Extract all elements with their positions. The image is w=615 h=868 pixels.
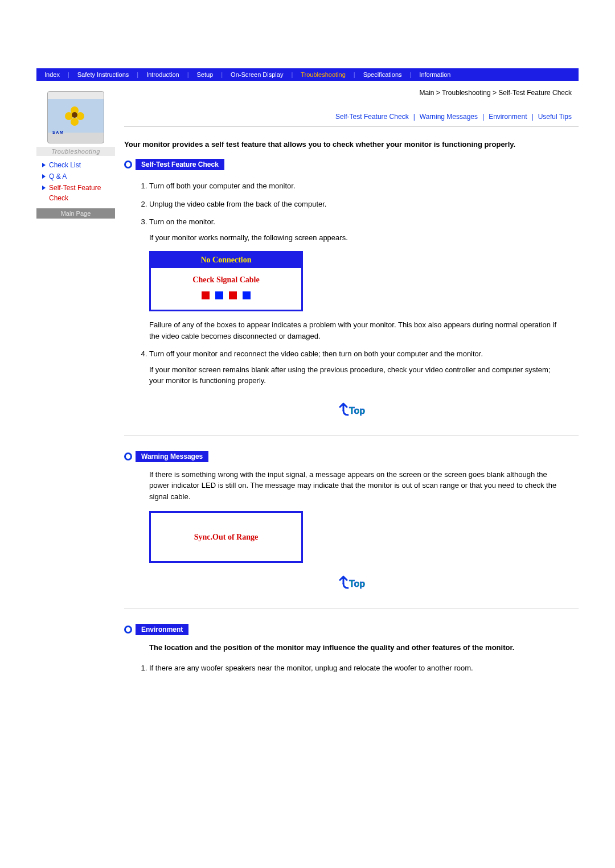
step: Turn off both your computer and the moni… [149, 177, 565, 195]
step-failtext: Failure of any of the boxes to appear in… [149, 319, 565, 342]
nav-setup[interactable]: Setup [188, 68, 221, 81]
top-arrow-icon: Top [337, 398, 366, 421]
anchor-tips[interactable]: Useful Tips [538, 113, 572, 121]
step-subtext: If your monitor screen remains blank aft… [149, 364, 565, 386]
nav-troubleshooting[interactable]: Troubleshooting [293, 68, 353, 81]
bullet-circle-icon [124, 452, 132, 460]
bullet-icon [42, 163, 46, 167]
back-to-top[interactable]: Top [124, 571, 579, 594]
sidebar-link[interactable]: Self-Test Feature Check [49, 183, 115, 203]
sidebar-link[interactable]: Check List [49, 160, 81, 170]
blue-square-icon [243, 291, 251, 299]
top-nav: Index| Safety Instructions| Introduction… [36, 68, 579, 81]
warning-body: If there is something wrong with the inp… [149, 469, 565, 503]
sidebar-item-checklist[interactable]: Check List [42, 159, 115, 171]
sidebar-item-qa[interactable]: Q & A [42, 171, 115, 182]
nav-index[interactable]: Index [36, 68, 68, 81]
sidebar-link[interactable]: Q & A [49, 171, 67, 182]
blue-square-icon [215, 291, 223, 299]
nav-safety[interactable]: Safety Instructions [69, 68, 137, 81]
sync-out-of-range-box: Sync.Out of Range [149, 511, 303, 563]
step: Turn off your monitor and reconnect the … [149, 345, 565, 390]
step: Unplug the video cable from the back of … [149, 195, 565, 213]
sidebar-category: Troubleshooting [36, 147, 115, 156]
anchor-selftest[interactable]: Self-Test Feature Check [335, 113, 409, 121]
no-connection-title: No Connection [151, 253, 301, 268]
section-env-header: Environment [124, 624, 579, 635]
intro-text: Your monitor provides a self test featur… [124, 139, 572, 150]
section-warning-header: Warning Messages [124, 451, 579, 462]
nav-osd[interactable]: On-Screen Display [223, 68, 291, 81]
svg-text:Top: Top [349, 406, 365, 416]
nav-intro[interactable]: Introduction [138, 68, 187, 81]
divider [124, 435, 579, 436]
nav-specs[interactable]: Specifications [355, 68, 410, 81]
env-intro: The location and the position of the mon… [149, 642, 565, 653]
anchor-warning[interactable]: Warning Messages [420, 113, 478, 121]
brand-label: S A M [52, 130, 63, 134]
bullet-circle-icon [124, 626, 132, 633]
section-selftest-header: Self-Test Feature Check [124, 159, 579, 170]
sync-msg: Sync.Out of Range [151, 531, 301, 543]
step: If there are any woofer speakers near th… [149, 659, 565, 677]
bullet-icon [42, 174, 46, 179]
step: Turn on the monitor. If your monitor wor… [149, 213, 565, 345]
bullet-circle-icon [124, 161, 132, 168]
bullet-icon [42, 186, 46, 190]
no-connection-box: No Connection Check Signal Cable [149, 251, 303, 311]
red-square-icon [229, 291, 237, 299]
monitor-illustration: S A M [47, 91, 104, 143]
section-chip: Environment [136, 624, 188, 635]
nav-info[interactable]: Information [411, 68, 458, 81]
back-to-top[interactable]: Top [124, 398, 579, 421]
top-arrow-icon: Top [337, 571, 366, 594]
anchor-links: Self-Test Feature Check| Warning Message… [124, 113, 579, 121]
section-chip: Self-Test Feature Check [136, 159, 224, 170]
no-connection-msg: Check Signal Cable [151, 274, 301, 286]
svg-text:Top: Top [349, 579, 365, 589]
env-steps: If there are any woofer speakers near th… [124, 659, 565, 677]
red-square-icon [202, 291, 210, 299]
sidebar: S A M Troubleshooting Check List Q & A S… [36, 81, 115, 219]
color-squares [151, 291, 301, 299]
divider [124, 608, 579, 609]
anchor-environment[interactable]: Environment [489, 113, 527, 121]
selftest-steps: Turn off both your computer and the moni… [124, 177, 565, 390]
section-chip: Warning Messages [136, 451, 208, 462]
breadcrumb: Main > Troubleshooting > Self-Test Featu… [124, 89, 579, 97]
main-page-button[interactable]: Main Page [36, 208, 115, 219]
divider [124, 126, 579, 127]
content: Main > Troubleshooting > Self-Test Featu… [115, 81, 579, 677]
sidebar-item-selftest[interactable]: Self-Test Feature Check [42, 182, 115, 204]
step-subtext: If your monitor works normally, the foll… [149, 232, 565, 244]
